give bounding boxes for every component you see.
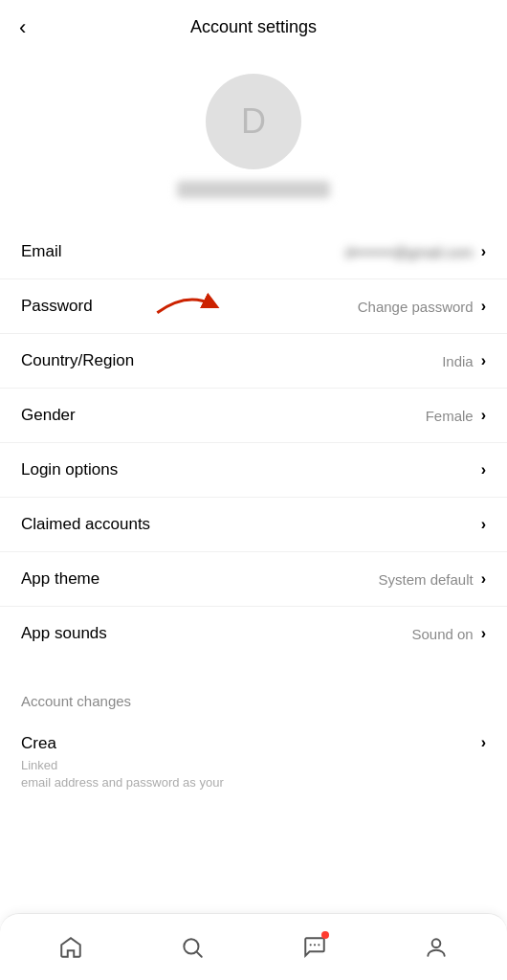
svg-point-6 xyxy=(432,939,441,947)
app-sounds-chevron: › xyxy=(481,625,486,642)
email-value: d••••••••@gmail.com xyxy=(345,244,474,260)
search-icon xyxy=(180,935,205,960)
email-label: Email xyxy=(21,242,62,261)
account-changes-section-label: Account changes xyxy=(0,670,507,717)
password-right: Change password › xyxy=(358,298,486,315)
settings-item-app-theme[interactable]: App theme System default › xyxy=(0,552,507,607)
country-chevron: › xyxy=(481,352,486,369)
country-right: India › xyxy=(442,352,486,369)
red-arrow-indicator xyxy=(153,285,220,327)
country-label: Country/Region xyxy=(21,351,134,370)
app-theme-value: System default xyxy=(378,571,473,588)
email-right: d••••••••@gmail.com › xyxy=(345,243,486,260)
settings-item-country[interactable]: Country/Region India › xyxy=(0,334,507,389)
nav-search[interactable] xyxy=(165,927,220,968)
settings-item-gender[interactable]: Gender Female › xyxy=(0,389,507,443)
app-theme-label: App theme xyxy=(21,569,99,589)
settings-item-login-options[interactable]: Login options › xyxy=(0,443,507,498)
app-theme-right: System default › xyxy=(378,570,486,588)
nav-home[interactable] xyxy=(43,927,99,968)
profile-icon xyxy=(424,935,449,960)
app-sounds-label: App sounds xyxy=(21,624,107,643)
bottom-nav xyxy=(0,913,507,980)
account-changes-title: Crea xyxy=(21,734,481,753)
login-options-right: › xyxy=(481,461,486,479)
settings-item-app-sounds[interactable]: App sounds Sound on › xyxy=(0,607,507,660)
home-icon xyxy=(58,935,83,960)
nav-messages[interactable] xyxy=(287,927,342,968)
gender-right: Female › xyxy=(426,407,486,424)
app-sounds-right: Sound on › xyxy=(411,625,486,642)
settings-item-password[interactable]: Password Change password › xyxy=(0,279,507,334)
claimed-accounts-right: › xyxy=(481,516,486,533)
password-label: Password xyxy=(21,297,93,316)
gender-value: Female xyxy=(426,408,474,424)
app-sounds-value: Sound on xyxy=(411,626,473,642)
password-chevron: › xyxy=(481,298,486,315)
avatar[interactable]: D xyxy=(206,74,301,169)
account-changes-item[interactable]: Crea Linkedemail address and password as… xyxy=(0,717,507,809)
login-options-label: Login options xyxy=(21,460,118,479)
claimed-accounts-label: Claimed accounts xyxy=(21,515,150,534)
country-value: India xyxy=(442,353,474,369)
email-chevron: › xyxy=(481,243,486,260)
gender-label: Gender xyxy=(21,406,76,425)
settings-item-email[interactable]: Email d••••••••@gmail.com › xyxy=(0,225,507,279)
notification-dot xyxy=(321,931,329,939)
back-button[interactable]: ‹ xyxy=(19,15,26,40)
app-theme-chevron: › xyxy=(481,570,486,588)
gender-chevron: › xyxy=(481,407,486,424)
account-changes-chevron: › xyxy=(481,734,486,751)
profile-section: D xyxy=(0,55,507,215)
svg-point-4 xyxy=(314,944,316,946)
page-title: Account settings xyxy=(190,17,317,37)
nav-profile[interactable] xyxy=(408,927,464,968)
svg-point-5 xyxy=(318,944,320,946)
account-changes-text: Crea Linkedemail address and password as… xyxy=(21,734,481,791)
claimed-accounts-chevron: › xyxy=(481,516,486,533)
settings-list: Email d••••••••@gmail.com › Password Cha… xyxy=(0,215,507,670)
password-value: Change password xyxy=(358,299,474,315)
header: ‹ Account settings xyxy=(0,0,507,55)
account-changes-desc: Linkedemail address and password as your xyxy=(21,757,481,791)
svg-point-3 xyxy=(309,944,311,946)
svg-line-2 xyxy=(197,951,202,956)
settings-item-claimed-accounts[interactable]: Claimed accounts › xyxy=(0,498,507,552)
username-display xyxy=(177,181,330,198)
login-options-chevron: › xyxy=(481,461,486,479)
